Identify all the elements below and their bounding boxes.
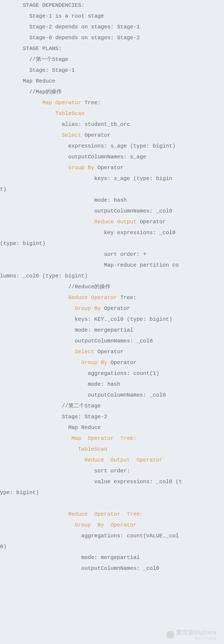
kexp-line-wrap: (type: bigint) bbox=[0, 240, 46, 247]
ocn-line: outputColumnNames: _col0 bbox=[23, 565, 159, 571]
pad bbox=[23, 165, 68, 171]
pad bbox=[23, 295, 68, 301]
code-block: STAGE DEPENDENCIES: Stage-1 is a root st… bbox=[0, 0, 224, 644]
ocn-line: outputColumnNames: s_age bbox=[23, 154, 146, 160]
pad bbox=[23, 110, 55, 117]
keyword-map-operator-tree: Map Operator Tree: bbox=[72, 435, 137, 442]
keys-line: keys: KEY._col0 (type: bigint) bbox=[23, 316, 172, 322]
keyword-tablescan: TableScan bbox=[55, 110, 85, 117]
partition-line: Map-reduce partition co bbox=[23, 262, 179, 268]
mode-line: mode: hash bbox=[23, 381, 120, 387]
pad bbox=[0, 381, 23, 387]
text: Tree: bbox=[117, 295, 137, 301]
keyword-reduce-operator: Reduce Operator bbox=[68, 295, 117, 301]
text: Operator bbox=[94, 165, 124, 171]
pad bbox=[23, 100, 42, 106]
pad bbox=[0, 414, 23, 420]
text: Operator bbox=[104, 305, 130, 312]
stage-line: Stage: Stage-1 bbox=[23, 67, 75, 73]
keyword-select: Select bbox=[62, 132, 81, 138]
pad bbox=[0, 154, 23, 160]
dep-line: Stage-1 is a root stage bbox=[23, 13, 104, 19]
pad bbox=[0, 2, 23, 8]
ocn-line: outputColumnNames: _col0 bbox=[23, 338, 153, 344]
pad bbox=[0, 45, 23, 52]
dep-line: Stage-0 depends on stages: Stage-2 bbox=[23, 35, 140, 41]
pad bbox=[0, 121, 23, 128]
pad bbox=[0, 230, 23, 236]
pad bbox=[0, 327, 23, 333]
pad bbox=[0, 295, 23, 301]
mode-line: mode: mergepartial bbox=[23, 327, 133, 333]
keyword-group-by-operator: Group By Operator bbox=[75, 522, 137, 528]
wechat-icon bbox=[167, 631, 174, 638]
pad bbox=[0, 338, 23, 344]
pad bbox=[0, 35, 23, 41]
text: Operator bbox=[81, 132, 111, 138]
keyword-select: Select bbox=[75, 349, 94, 355]
watermark-sub: @51CTO博客 bbox=[176, 636, 216, 641]
ocn-line: outputColumnNames: _col0 bbox=[23, 392, 166, 398]
stage-deps-title: STAGE DEPENDENCIES: bbox=[23, 2, 85, 8]
pad bbox=[23, 305, 75, 312]
pad bbox=[0, 446, 23, 452]
pad bbox=[23, 446, 78, 452]
keys-line-wrap: t) bbox=[0, 186, 7, 192]
pad bbox=[0, 305, 23, 312]
vexp-line-wrap: ype: bigint) bbox=[0, 489, 39, 496]
mapreduce-line: Map Reduce bbox=[23, 424, 101, 431]
keyword-tablescan: TableScan bbox=[78, 446, 107, 452]
watermark-main: 董世森BigData bbox=[176, 629, 216, 636]
partition-line-wrap: lumns: _col0 (type: bigint) bbox=[0, 273, 88, 279]
pad bbox=[0, 370, 23, 377]
pad bbox=[0, 78, 23, 84]
pad bbox=[23, 522, 75, 528]
pad bbox=[0, 435, 23, 442]
keyword-reduce-operator-tree: Reduce Operator Tree: bbox=[68, 511, 143, 517]
pad bbox=[0, 219, 23, 225]
watermark-text: 董世森BigData@51CTO博客 bbox=[176, 629, 216, 641]
pad bbox=[0, 56, 23, 63]
pad bbox=[0, 13, 23, 19]
text: Operator bbox=[94, 349, 124, 355]
ocn-line: outputColumnNames: _col0 bbox=[23, 208, 172, 214]
pad bbox=[0, 251, 23, 257]
pad bbox=[0, 24, 23, 30]
keyword-group-by: Group By bbox=[81, 359, 111, 366]
pad bbox=[0, 522, 23, 528]
pad bbox=[0, 468, 23, 474]
pad bbox=[0, 67, 23, 73]
pad bbox=[0, 165, 23, 171]
keyword-group-by: Group By bbox=[75, 305, 104, 312]
dep-line: Stage-2 depends on stages: Stage-1 bbox=[23, 24, 140, 30]
sort-line: sort order: bbox=[23, 468, 130, 474]
pad bbox=[0, 284, 23, 290]
keyword-reduce-output-operator: Reduce Output Operator bbox=[85, 457, 163, 463]
vexp-line: value expressions: _col0 (t bbox=[23, 479, 182, 485]
watermark: 董世森BigData@51CTO博客 bbox=[146, 622, 216, 641]
keyword-group-by: Group By bbox=[68, 165, 94, 171]
pad bbox=[0, 132, 23, 138]
agg-line-wrap: 0) bbox=[0, 544, 7, 550]
comment-line: //Reduce的操作 bbox=[23, 284, 111, 290]
pad bbox=[23, 359, 81, 366]
pad bbox=[23, 511, 68, 517]
pad bbox=[0, 392, 23, 398]
mode-line: mode: mergepartial bbox=[23, 554, 140, 561]
kexp-line: key expressions: _col0 bbox=[23, 230, 179, 236]
comment-line: //第一个Stage bbox=[23, 56, 68, 63]
pad bbox=[0, 359, 23, 366]
pad bbox=[0, 479, 23, 485]
pad bbox=[0, 316, 23, 322]
keys-line: keys: s_age (type: bigin bbox=[23, 175, 172, 182]
comment-line: //第二个Stage bbox=[23, 403, 101, 409]
blank-line bbox=[0, 500, 3, 506]
expr-line: expressions: s_age (type: bigint) bbox=[23, 143, 176, 149]
text: Operator bbox=[111, 359, 137, 366]
pad bbox=[23, 457, 85, 463]
pad bbox=[0, 554, 23, 561]
alias-line: alias: student_tb_orc bbox=[23, 121, 130, 128]
comment-line: //Map的操作 bbox=[23, 89, 62, 95]
pad bbox=[0, 175, 23, 182]
pad bbox=[0, 511, 23, 517]
